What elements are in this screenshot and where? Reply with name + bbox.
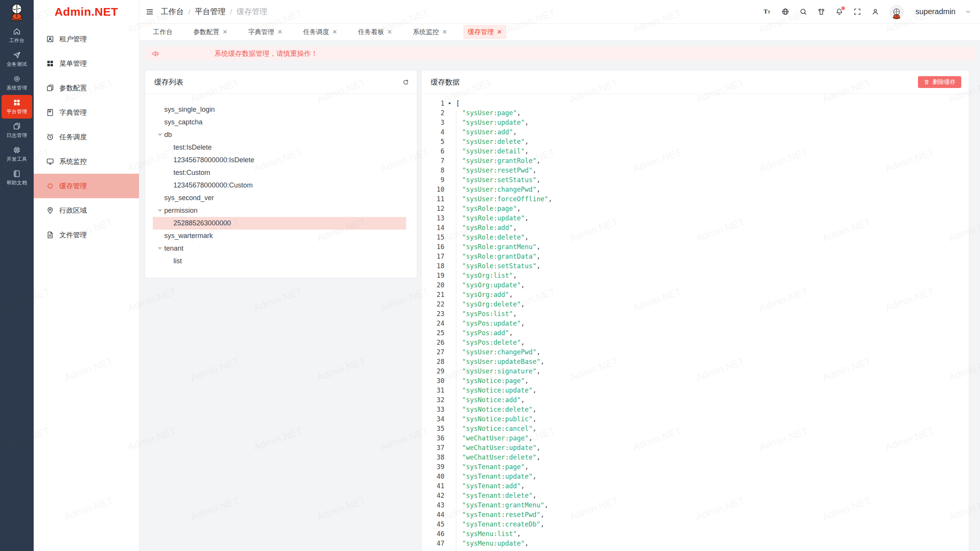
rail-item-label: 工作台 (9, 37, 25, 44)
line-number: 27 (421, 347, 444, 357)
topbar: 工作台/平台管理/缓存管理 TT superadmin (139, 0, 980, 24)
gear-icon (13, 75, 21, 83)
sidebar-item[interactable]: 行政区域 (34, 198, 139, 223)
tree-node[interactable]: sys_wartermark (153, 230, 406, 242)
collapse-menu-icon[interactable] (145, 8, 154, 16)
tree-node[interactable]: test:IsDelete (153, 141, 406, 154)
copy-docs-icon (13, 122, 21, 130)
line-number: 39 (421, 462, 444, 472)
rail-item[interactable]: 帮助文档 (2, 166, 32, 190)
sidebar-item[interactable]: 菜单管理 (34, 51, 139, 76)
avatar[interactable] (889, 5, 904, 19)
tab-系统监控[interactable]: 系统监控✕ (408, 25, 452, 39)
tab-close-icon[interactable]: ✕ (277, 29, 282, 35)
code-entry: "sysRole:setStatus", (462, 261, 541, 271)
tab-缓存管理[interactable]: 缓存管理✕ (463, 25, 506, 39)
tab-close-icon[interactable]: ✕ (442, 29, 447, 35)
tab-参数配置[interactable]: 参数配置✕ (189, 25, 232, 39)
json-viewer[interactable]: 1[2"sysUser:page",3"sysUser:update",4"sy… (421, 94, 969, 551)
rail-item-label: 开发工具 (7, 156, 27, 163)
tree-node[interactable]: 252885263000000 (153, 217, 406, 230)
line-number: 25 (421, 328, 444, 338)
username[interactable]: superadmin (915, 7, 956, 16)
tree-expand-icon[interactable] (158, 247, 162, 250)
app-logo-mascot[interactable] (0, 0, 34, 24)
search-icon[interactable] (799, 8, 807, 16)
code-line: 28"sysUser:updateBase", (421, 357, 969, 367)
tree-node[interactable]: sys_single_login (153, 103, 406, 116)
sidebar-item-label: 缓存管理 (59, 181, 87, 191)
sidebar-item[interactable]: 租户管理 (34, 27, 139, 51)
user-icon[interactable] (871, 8, 879, 16)
fullscreen-icon[interactable] (853, 8, 861, 16)
line-number: 45 (421, 520, 444, 529)
tree-node[interactable]: 12345678000000:Custom (153, 179, 406, 192)
rail-item[interactable]: 工作台 (2, 24, 32, 47)
notification-bell-icon[interactable] (835, 8, 843, 16)
rail-item[interactable]: 平台管理 (2, 95, 32, 119)
rail-item[interactable]: 开发工具 (2, 142, 32, 166)
code-entry: "sysRole:add", (462, 223, 517, 233)
tab-close-icon[interactable]: ✕ (387, 29, 392, 35)
line-number: 26 (421, 338, 444, 347)
refresh-icon[interactable] (402, 79, 409, 86)
warning-banner: 系统缓存数据管理，请慎重操作！ (145, 47, 975, 60)
code-entry: "sysUser:forceOffline", (462, 194, 552, 204)
code-line: 36"weChatUser:page", (421, 434, 969, 443)
code-entry: "sysTenant:page", (462, 462, 529, 472)
breadcrumb-item[interactable]: 平台管理 (195, 7, 225, 16)
code-entry: "sysUser:detail", (462, 147, 529, 156)
font-size-icon[interactable]: TT (763, 8, 771, 16)
sidebar-item-label: 文件管理 (59, 230, 87, 240)
code-entry: "sysNotice:cancel", (462, 424, 536, 434)
sidebar-item[interactable]: 任务调度 (34, 125, 139, 149)
tree-node-label: list (173, 257, 182, 265)
code-entry: "sysPos:list", (462, 309, 517, 319)
code-line: 41"sysTenant:add", (421, 481, 969, 491)
line-number: 41 (421, 481, 444, 491)
tree-node[interactable]: 12345678000000:IsDelete (153, 154, 406, 166)
delete-cache-button[interactable]: 删除缓存 (918, 76, 961, 88)
tree-node[interactable]: list (153, 255, 406, 267)
tree-node[interactable]: tenant (153, 242, 406, 255)
tree-node[interactable]: db (153, 129, 406, 141)
rail-item[interactable]: 日志管理 (2, 119, 32, 142)
line-number: 38 (421, 453, 444, 462)
rail-item[interactable]: 业务测试 (2, 47, 32, 71)
sidebar-item[interactable]: 系统监控 (34, 149, 139, 174)
code-line: 35"sysNotice:cancel", (421, 424, 969, 434)
language-icon[interactable] (781, 8, 789, 16)
line-number: 12 (421, 204, 444, 214)
code-line: 42"sysTenant:delete", (421, 491, 969, 500)
code-line: 30"sysNotice:page", (421, 376, 969, 386)
tab-字典管理[interactable]: 字典管理✕ (243, 25, 287, 39)
tree-node[interactable]: test:Custom (153, 166, 406, 179)
tree-node[interactable]: sys_captcha (153, 116, 406, 129)
sidebar-item-label: 菜单管理 (59, 59, 87, 68)
line-number: 4 (421, 127, 444, 137)
code-entry: "sysOrg:list", (462, 271, 517, 280)
code-line: 7"sysUser:grantRole", (421, 156, 969, 166)
tab-close-icon[interactable]: ✕ (222, 29, 227, 35)
collapse-caret-icon[interactable] (444, 99, 453, 108)
line-number: 10 (421, 185, 444, 194)
tree-expand-icon[interactable] (158, 209, 162, 212)
breadcrumb-item[interactable]: 工作台 (161, 7, 184, 16)
code-line: 43"sysTenant:grantMenu", (421, 500, 969, 510)
sidebar-item[interactable]: 文件管理 (34, 223, 139, 247)
dict-book-icon (46, 108, 54, 117)
tree-node[interactable]: sys_second_ver (153, 192, 406, 204)
tab-close-icon[interactable]: ✕ (497, 29, 502, 35)
sidebar-item[interactable]: 字典管理 (34, 100, 139, 125)
sidebar-item[interactable]: 缓存管理 (34, 174, 139, 198)
rail-item[interactable]: 系统管理 (2, 71, 32, 95)
tab-任务看板[interactable]: 任务看板✕ (353, 25, 397, 39)
tab-工作台[interactable]: 工作台 (149, 25, 177, 39)
tab-close-icon[interactable]: ✕ (332, 29, 337, 35)
tree-node[interactable]: permission (153, 204, 406, 217)
tab-任务调度[interactable]: 任务调度✕ (299, 25, 342, 39)
theme-icon[interactable] (817, 8, 825, 16)
sidebar-item[interactable]: 参数配置 (34, 76, 139, 100)
tree-expand-icon[interactable] (158, 134, 162, 136)
chevron-down-icon[interactable] (965, 9, 971, 15)
